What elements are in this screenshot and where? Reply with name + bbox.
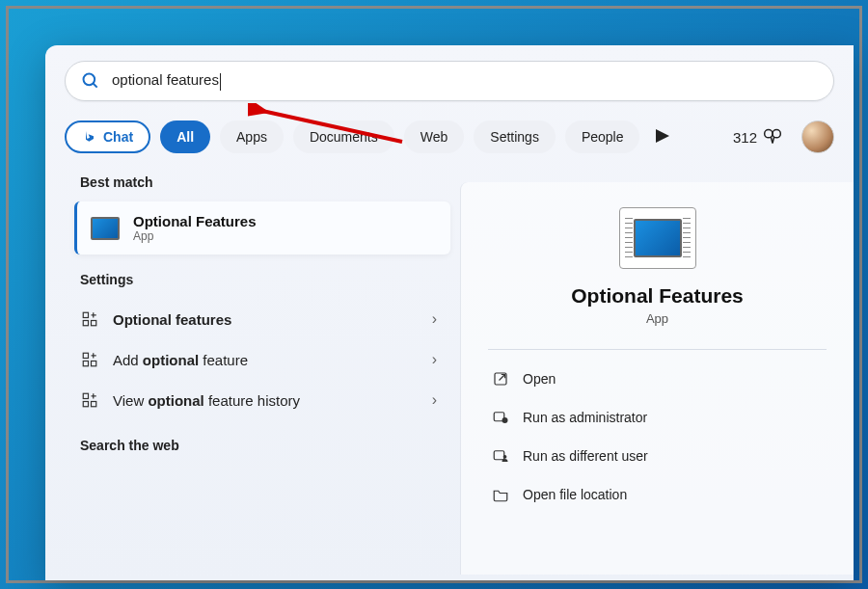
svg-rect-9 [92,321,96,326]
svg-point-6 [773,130,780,138]
svg-rect-17 [83,393,88,398]
svg-point-26 [503,455,507,459]
user-avatar[interactable] [801,120,834,153]
svg-rect-8 [83,321,88,326]
svg-rect-18 [83,402,88,407]
rewards-icon [763,128,782,146]
more-filters-button[interactable] [649,127,676,147]
apps-chip[interactable]: Apps [220,120,284,153]
svg-rect-14 [92,361,96,366]
grid-plus-icon [80,351,99,368]
documents-chip[interactable]: Documents [293,120,394,153]
action-open-file-location[interactable]: Open file location [488,475,827,514]
search-bar[interactable]: optional features [65,61,834,101]
start-search-panel: optional features Chat All Apps Document… [45,45,854,580]
settings-result-optional-features[interactable]: Optional features › [74,299,450,339]
settings-section-label: Settings [80,272,450,287]
svg-rect-7 [83,312,88,317]
chevron-right-icon: › [432,391,437,409]
preview-subtitle: App [488,311,827,326]
web-chip[interactable]: Web [404,120,465,153]
svg-point-24 [502,417,508,423]
chevron-right-icon: › [432,310,437,328]
svg-point-0 [84,74,95,86]
bing-icon [82,129,97,145]
results-column: Best match Optional Features App Setting… [45,174,460,575]
preview-title: Optional Features [488,284,827,308]
play-icon [656,129,669,143]
svg-rect-13 [83,361,88,366]
svg-rect-25 [494,451,504,460]
svg-rect-12 [83,353,88,358]
result-label: Add optional feature [113,352,419,368]
action-open[interactable]: Open [488,360,827,398]
settings-chip[interactable]: Settings [474,120,556,153]
user-icon [492,447,509,465]
preview-pane: Optional Features App Open Run as admini… [460,182,854,575]
result-label: View optional feature history [113,392,419,409]
shield-icon [492,409,509,426]
best-match-label: Best match [80,174,450,190]
app-icon [91,217,120,240]
settings-result-view-optional-history[interactable]: View optional feature history › [74,380,450,420]
divider [488,349,827,350]
search-web-label: Search the web [80,438,450,453]
people-chip[interactable]: People [565,120,640,153]
rewards-points[interactable]: 312 [733,128,782,146]
settings-result-add-optional-feature[interactable]: Add optional feature › [74,339,450,380]
all-chip[interactable]: All [160,120,210,153]
preview-app-icon [619,207,696,269]
svg-point-5 [765,130,773,138]
best-match-title: Optional Features [133,213,257,229]
search-icon [81,71,100,91]
svg-marker-4 [656,129,669,143]
open-icon [492,370,509,388]
folder-icon [492,486,509,503]
grid-plus-icon [80,310,99,328]
search-input[interactable]: optional features [112,71,221,90]
svg-line-1 [94,84,97,88]
action-run-admin[interactable]: Run as administrator [488,398,827,437]
grid-plus-icon [80,391,99,409]
best-match-subtitle: App [133,229,257,243]
chat-chip[interactable]: Chat [65,120,150,153]
filter-row: Chat All Apps Documents Web Settings Peo… [65,120,834,153]
text-caret [220,73,221,91]
best-match-result[interactable]: Optional Features App [74,201,450,254]
svg-rect-19 [92,402,96,407]
action-run-different-user[interactable]: Run as different user [488,437,827,475]
chevron-right-icon: › [432,351,437,368]
result-label: Optional features [113,311,419,328]
